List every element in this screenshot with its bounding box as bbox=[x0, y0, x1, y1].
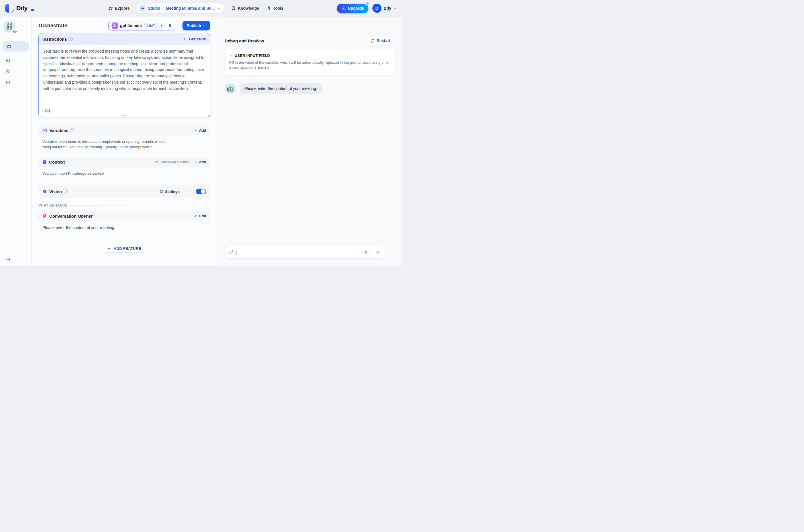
logo-text: Dify bbox=[16, 4, 28, 12]
sidebar-expand-button[interactable] bbox=[6, 258, 31, 262]
explore-planet-icon bbox=[108, 6, 113, 11]
instructions-editor[interactable]: Your task is to review the provided meet… bbox=[39, 45, 210, 92]
nav-knowledge-label: Knowledge bbox=[238, 6, 259, 11]
text-caret bbox=[236, 250, 237, 255]
input-char-count: 0 bbox=[362, 250, 369, 255]
bot-avatar: 🤖 bbox=[225, 83, 236, 94]
studio-breadcrumb-pill[interactable]: Studio / Meeting Minutes and Su... bbox=[137, 3, 224, 13]
left-sidebar: 👬 🤖 bbox=[0, 17, 32, 266]
current-app-icon[interactable]: 👬 🤖 bbox=[4, 21, 15, 33]
chevron-down-icon bbox=[394, 6, 397, 10]
conversation-opener-header: Conversation Opener Edit bbox=[38, 211, 210, 221]
debug-preview-panel: Debug and Preview Restart USER INPUT FIE… bbox=[217, 17, 402, 266]
edit-opener-button[interactable]: Edit bbox=[194, 214, 206, 218]
send-message-icon[interactable] bbox=[375, 250, 381, 255]
help-icon[interactable]: ? bbox=[70, 128, 74, 132]
vision-toggle[interactable] bbox=[196, 189, 206, 194]
sidebar-item-api-access[interactable] bbox=[6, 58, 10, 62]
retrieval-sliders-icon bbox=[154, 160, 159, 164]
app-body: 👬 🤖 bbox=[0, 17, 402, 266]
conversation-opener-card: Conversation Opener Edit Please enter th… bbox=[38, 211, 210, 235]
help-icon[interactable]: ? bbox=[69, 37, 73, 41]
robot-emoji: 🤖 bbox=[227, 85, 234, 92]
instructions-header: Instructions ? Generate bbox=[39, 33, 210, 45]
restart-button[interactable]: Restart bbox=[367, 36, 394, 45]
expand-right-icon bbox=[6, 258, 10, 262]
restart-label: Restart bbox=[377, 38, 390, 43]
model-name: gpt-4o-mini bbox=[120, 23, 142, 28]
account-menu[interactable]: D Dify bbox=[372, 4, 397, 13]
toggle-knob bbox=[201, 189, 205, 194]
gauge-icon bbox=[6, 80, 10, 85]
section-divider-line bbox=[70, 205, 165, 206]
variables-title: Variables bbox=[50, 128, 68, 133]
add-variable-button[interactable]: Add bbox=[194, 128, 206, 133]
conversation-opener-title: Conversation Opener bbox=[49, 214, 93, 218]
user-input-field-title: USER INPUT FIELD bbox=[235, 54, 270, 58]
top-nav: Explore Studio / Meeting Minutes and Su.… bbox=[108, 0, 283, 17]
model-quota-icon[interactable] bbox=[159, 23, 165, 29]
upgrade-sphere-icon bbox=[341, 6, 346, 11]
context-description: You can import Knowledge as context bbox=[38, 167, 210, 180]
retrieval-setting-button[interactable]: Retrieval Setting bbox=[154, 160, 189, 164]
add-context-button[interactable]: Add bbox=[194, 160, 206, 164]
nav-tools[interactable]: Tools bbox=[267, 6, 283, 11]
publish-button[interactable]: Publish bbox=[182, 21, 210, 31]
retrieval-setting-label: Retrieval Setting bbox=[160, 160, 189, 164]
variables-header: {x} Variables ? Add bbox=[38, 125, 210, 135]
user-input-field-card: USER INPUT FIELD Fill in the value of th… bbox=[225, 50, 394, 75]
chevron-down-icon[interactable] bbox=[217, 6, 220, 10]
chat-enhance-label: CHAT ENHANCE bbox=[38, 204, 68, 207]
refresh-icon bbox=[370, 39, 375, 43]
pencil-icon bbox=[194, 214, 198, 218]
vision-title: Vision bbox=[49, 189, 62, 194]
debug-title: Debug and Preview bbox=[225, 38, 264, 43]
context-document-icon bbox=[42, 160, 47, 164]
model-parameters-icon[interactable] bbox=[168, 23, 172, 28]
sidebar-item-orchestrate[interactable] bbox=[3, 41, 29, 52]
instructions-card: Instructions ? Generate Your task is to … bbox=[38, 33, 210, 117]
publish-label: Publish bbox=[186, 23, 201, 28]
opener-chat-heart-icon bbox=[42, 214, 47, 218]
model-selector[interactable]: gpt-4o-mini CHAT bbox=[108, 21, 176, 31]
sidebar-item-monitoring[interactable] bbox=[6, 80, 10, 85]
user-input-field-description: Fill in the value of the variable, which… bbox=[229, 60, 389, 71]
upgrade-label: Upgrade bbox=[348, 6, 364, 11]
add-feature-label: ADD FEATURE bbox=[114, 246, 141, 251]
resize-handle[interactable] bbox=[122, 115, 127, 116]
sparkle-generate-icon bbox=[183, 37, 187, 41]
breadcrumb-separator: / bbox=[163, 6, 164, 11]
dify-logo[interactable]: Dify bbox=[5, 4, 34, 13]
app-type-badge-icon: 🤖 bbox=[12, 28, 18, 34]
page-title: Orchestrate bbox=[38, 23, 67, 29]
orchestrate-header: Orchestrate gpt-4o-mini CHAT bbox=[38, 18, 210, 33]
vision-settings-button[interactable]: Settings bbox=[160, 189, 180, 194]
nav-explore[interactable]: Explore bbox=[108, 6, 130, 11]
bot-message-bubble: Please enter the content of your meeting… bbox=[240, 83, 322, 94]
variables-description: Variables allow users to introduce promp… bbox=[38, 135, 172, 154]
char-count-badge: 601 bbox=[42, 108, 53, 114]
top-bar: Dify Explore bbox=[0, 0, 402, 17]
sidebar-item-logs[interactable] bbox=[6, 69, 10, 74]
variables-icon: {x} bbox=[42, 128, 47, 132]
help-icon[interactable]: ? bbox=[64, 189, 68, 193]
nav-knowledge[interactable]: Knowledge bbox=[231, 6, 259, 11]
breadcrumb-studio[interactable]: Studio bbox=[148, 6, 160, 11]
generate-button[interactable]: Generate bbox=[183, 37, 206, 41]
sparkle-icon bbox=[363, 1, 370, 8]
add-feature-button[interactable]: ADD FEATURE bbox=[103, 244, 146, 253]
instructions-title: Instructions bbox=[42, 37, 67, 41]
user-input-field-toggle[interactable]: USER INPUT FIELD bbox=[229, 54, 389, 58]
chat-message-input[interactable] bbox=[240, 250, 360, 254]
chat-input-bar: 0 bbox=[225, 246, 384, 259]
chat-scroll-area bbox=[225, 94, 394, 246]
orchestrate-window-icon bbox=[6, 44, 11, 49]
upgrade-button[interactable]: Upgrade bbox=[337, 4, 368, 13]
user-avatar[interactable]: D bbox=[372, 4, 382, 13]
logs-document-icon bbox=[6, 69, 10, 74]
upload-image-icon[interactable] bbox=[228, 250, 234, 255]
divider bbox=[372, 250, 372, 254]
context-title: Context bbox=[49, 159, 65, 165]
terminal-icon bbox=[6, 58, 10, 62]
vision-eye-icon bbox=[42, 189, 47, 194]
